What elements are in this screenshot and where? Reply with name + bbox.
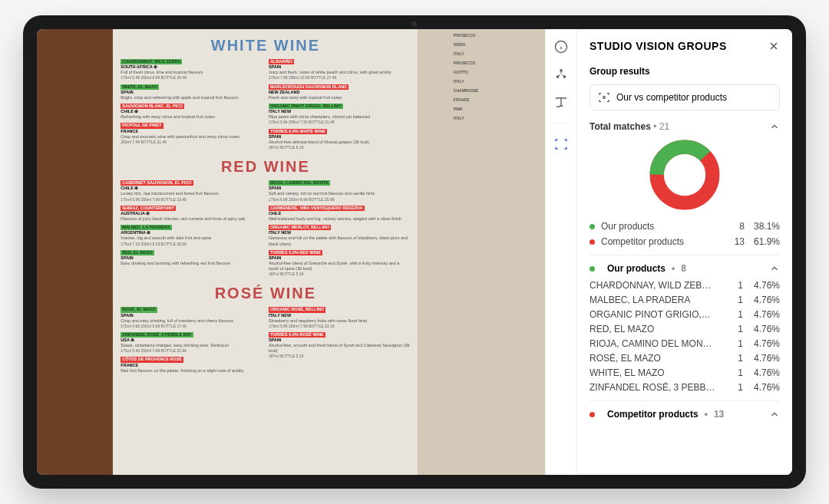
wine-name-highlight: CHARDONNAY, WILD ZEBRA [121,59,182,64]
product-pct: 4.76% [743,367,780,378]
chevron-up-icon [769,263,780,274]
wine-item: MALBEC, LA PRADERAARGENTINA ⊕Intense, bi… [121,225,263,247]
wine-item: MARLBOROUGH SAUVIGNON BLANCNEW ZEALANDFr… [269,84,411,100]
nodes-icon[interactable] [554,68,568,81]
donut-chart [648,138,722,212]
wine-name-highlight: CARMENERE, VIÑA VENTISQUERO RESERVA [269,206,365,211]
product-pct: 4.76% [743,338,780,349]
wine-item: WHITE, EL MAZOSPAINBright, crisp and ref… [121,84,263,100]
active-group-name: Our vs competitor products [616,92,727,103]
chevron-up-icon [769,121,780,132]
wine-item: SAUVIGNON BLANC, EL PICOCHILE ⊕Refreshin… [121,104,263,120]
our-products-section-head[interactable]: Our products • 8 [590,263,780,274]
wine-name-highlight: ORGANIC PINOT GRIGIO, BELLINO [269,104,343,109]
wine-item: CHARDONNAY, WILD ZEBRASOUTH AFRICA ⊕Full… [121,59,263,81]
wine-name-highlight: WHITE, EL MAZO [121,84,158,90]
product-count: 1 [726,382,743,393]
rose-wine-heading: ROSÉ WINE [121,285,410,302]
wine-item: ROSÉ, EL MAZOSPAINCrisp and easy drinkin… [121,307,263,329]
legend-pct: 38.1% [745,221,780,232]
scan-icon[interactable] [554,137,568,151]
product-row[interactable]: ORGANIC PINOT GRIGIO,…14.76% [590,309,780,320]
total-matches-row[interactable]: Total matches • 21 [590,121,780,132]
product-pct: 4.76% [743,309,780,320]
our-products-label: Our products [607,263,666,274]
legend-count: 13 [723,236,745,247]
product-row[interactable]: ZINFANDEL ROSÉ, 3 PEBB…14.76% [590,382,780,393]
wine-name-highlight: PICPOUL DE PINET [121,123,163,128]
photo-viewport[interactable]: WHITE WINE CHARDONNAY, WILD ZEBRASOUTH A… [37,29,545,475]
wine-name-highlight: ROSÉ, EL MAZO [121,307,157,312]
rose-wine-section: ROSÉ WINE ROSÉ, EL MAZOSPAINCrisp and ea… [121,285,410,377]
product-count: 1 [726,353,743,364]
chevron-up-icon [769,409,780,420]
product-row[interactable]: RED, EL MAZO14.76% [590,324,780,334]
wine-item: PICPOUL DE PINETFRANCECrisp and aromatic… [121,123,263,145]
our-products-count: 8 [681,263,686,274]
wine-name-highlight: RIOJA, CAMINO DEL MONTE [269,180,330,186]
wine-name-highlight: ORGANIC ROSÉ, BELLINO [269,307,325,312]
wine-item: TORRES 0.0% ROSÉ WINESPAINAlcohol-free, … [269,332,411,360]
competitor-products-section-head[interactable]: Competitor products • 13 [590,409,780,420]
product-name: CHARDONNAY, WILD ZEB… [590,280,726,291]
wine-name-highlight: CABERNET SAUVIGNON, EL PICO [121,180,193,186]
product-count: 1 [726,367,743,378]
legend-row: Our products838.1% [590,221,780,232]
wine-name-highlight: ALBARIÑO [269,59,294,64]
total-matches-label: Total matches [590,121,651,132]
wine-item: CABERNET SAUVIGNON, EL PICOCHILE ⊕Lovely… [121,180,263,203]
wine-name-highlight: TORRES 0.0% RED WINE [269,250,322,255]
competitor-products-label: Competitor products [607,409,699,420]
wine-item: RIOJA, CAMINO DEL MONTESPAINSoft and vel… [269,180,411,203]
legend-pct: 61.9% [745,236,780,247]
product-row[interactable]: ROSÉ, EL MAZO14.76% [590,353,780,364]
wine-item: ALBARIÑOSPAINJuicy and fresh, notes of w… [269,59,411,81]
red-dot-icon [590,412,595,417]
legend-name: Competitor products [601,236,723,247]
product-pct: 4.76% [743,382,780,393]
wine-name-highlight: SHIRAZ, COUNTERPOINT [121,206,176,211]
product-name: WHITE, EL MAZO [590,367,726,378]
active-group-chip[interactable]: Our vs competitor products [590,84,780,110]
product-name: ORGANIC PINOT GRIGIO,… [590,309,726,320]
menu-overlay: WHITE WINE CHARDONNAY, WILD ZEBRASOUTH A… [113,29,418,475]
green-dot-icon [590,266,595,272]
product-name: MALBEC, LA PRADERA [590,295,726,305]
wine-item: CÔTES DE PROVENCE ROSÉFRANCERed fruit fl… [121,357,263,373]
group-results-label: Group results [590,66,780,77]
wine-name-highlight: RED, EL MAZO [121,250,154,255]
wine-name-highlight: CÔTES DE PROVENCE ROSÉ [121,357,183,362]
menu-right-strip: PROSECCOSIDRAITALYPROSECCOGIOTTOITALYCHA… [454,33,504,125]
product-row[interactable]: MALBEC, LA PRADERA14.76% [590,295,780,305]
wine-item: RED, EL MAZOSPAINEasy drinking and burst… [121,250,263,266]
info-icon[interactable] [554,40,568,54]
wine-item: SHIRAZ, COUNTERPOINTAUSTRALIA ⊕Flavours … [121,206,263,222]
total-matches-count: 21 [659,121,669,132]
product-pct: 4.76% [743,324,780,334]
product-name: RIOJA, CAMINO DEL MON… [590,338,726,349]
wine-name-highlight: MARLBOROUGH SAUVIGNON BLANC [269,84,348,90]
text-icon[interactable] [554,95,568,109]
product-count: 1 [726,324,743,334]
scan-small-icon [598,91,610,104]
wine-name-highlight: SAUVIGNON BLANC, EL PICO [121,104,184,109]
svg-point-8 [603,97,606,99]
legend-name: Our products [601,221,723,232]
product-name: ZINFANDEL ROSÉ, 3 PEBB… [590,382,726,393]
product-row[interactable]: WHITE, EL MAZO14.76% [590,367,780,378]
wine-item: ORGANIC MERLOT, BELLINOITALY NEWGenerous… [269,225,411,247]
product-name: ROSÉ, EL MAZO [590,353,726,364]
product-row[interactable]: RIOJA, CAMINO DEL MON…14.76% [590,338,780,349]
wine-name-highlight: TORRES 0.0% ROSÉ WINE [269,332,325,338]
close-icon[interactable] [768,40,780,52]
camera-dot [412,21,417,26]
product-pct: 4.76% [743,295,780,305]
wine-item: TORRES 0.0% RED WINESPAINAlcohol-free bl… [269,250,411,278]
white-wine-heading: WHITE WINE [121,37,410,54]
product-count: 1 [726,295,743,305]
product-pct: 4.76% [743,353,780,364]
wine-item: ORGANIC PINOT GRIGIO, BELLINOITALY NEWRi… [269,104,411,126]
wine-item: ORGANIC ROSÉ, BELLINOITALY NEWStrawberry… [269,307,411,329]
product-pct: 4.76% [743,280,780,291]
product-row[interactable]: CHARDONNAY, WILD ZEB…14.76% [590,280,780,291]
